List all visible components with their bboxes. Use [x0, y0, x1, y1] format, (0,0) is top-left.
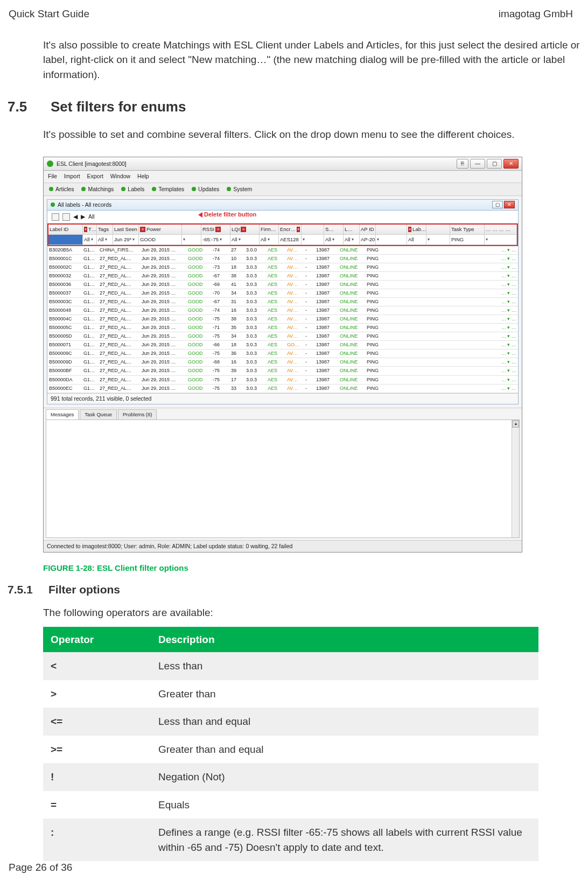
menubar: File Import Export Window Help	[44, 171, 522, 183]
filter-power[interactable]: GOOD	[139, 235, 182, 245]
table-row[interactable]: B50000ECG1…27_RED_AL…Jun 29, 2015 …GOOD-…	[47, 384, 518, 393]
col-more: … … … …	[485, 225, 517, 235]
filter-lastseen[interactable]: Jun 29*▾	[113, 235, 139, 245]
tool-export-icon[interactable]	[62, 213, 70, 221]
record-status: 991 total records, 211 visible, 0 select…	[47, 393, 518, 404]
subwin-close-button[interactable]: ✕	[504, 201, 515, 208]
menu-export[interactable]: Export	[87, 173, 103, 179]
labels-subwindow: All labels - All records ▢ ✕ ◀ ▶ All	[47, 199, 519, 404]
tool-all-label[interactable]: All	[88, 213, 95, 221]
col-l[interactable]: L…	[344, 225, 360, 235]
tab-system[interactable]: System	[227, 185, 252, 193]
filter-row-highlight: Label ID ×T… Tags Last Seen ×Power RSSI×…	[47, 223, 518, 246]
grid-header-row: Label ID ×T… Tags Last Seen ×Power RSSI×…	[48, 225, 517, 235]
filter-lqi[interactable]: All▾	[230, 235, 260, 245]
col-tags[interactable]: Tags	[97, 225, 113, 235]
table-row[interactable]: B500009CG1…27_RED_AL…Jun 29, 2015 …GOOD-…	[47, 349, 518, 358]
table-row[interactable]: B3020B5AG1…CHINA_FIRS…Jun 29, 2015 …GOOD…	[47, 246, 518, 255]
section-heading-751: 7.5.1 Filter options	[0, 582, 582, 598]
menu-import[interactable]: Import	[64, 173, 80, 179]
filter-firm[interactable]: All▾	[260, 235, 279, 245]
col-lab[interactable]: ×Lab…	[407, 225, 426, 235]
col-tasktype[interactable]: Task Type	[450, 225, 485, 235]
table-row[interactable]: B5000032G1…27_RED_AL…Jun 29, 2015 …GOOD-…	[47, 271, 518, 280]
grid-filter-row: All▾ All▾ Jun 29*▾ GOOD ▾ -65:-75▾ All▾ …	[48, 235, 517, 245]
filter-l[interactable]: All▾	[344, 235, 360, 245]
filter-encr[interactable]: AES128	[279, 235, 302, 245]
table-row[interactable]: B5000071G1…27_RED_AL…Jun 29, 2015 …GOOD-…	[47, 341, 518, 349]
table-row[interactable]: B5000036G1…27_RED_AL…Jun 29, 2015 …GOOD-…	[47, 281, 518, 289]
col-apid[interactable]: AP ID	[360, 225, 376, 235]
table-row[interactable]: B5000048G1…27_RED_AL…Jun 29, 2015 …GOOD-…	[47, 306, 518, 315]
col-s[interactable]: S…	[324, 225, 344, 235]
table-row[interactable]: B500003CG1…27_RED_AL…Jun 29, 2015 …GOOD-…	[47, 298, 518, 306]
tab-problems[interactable]: Problems (8)	[118, 409, 157, 419]
op-header-operator: Operator	[43, 627, 151, 653]
operator-row: >=Greater than and equal	[43, 736, 538, 764]
table-row[interactable]: B500005DG1…27_RED_AL…Jun 29, 2015 …GOOD-…	[47, 332, 518, 341]
window-title: ESL Client [imagotest:8000]	[57, 160, 127, 168]
figure-caption: FIGURE 1-28: ESL Client filter options	[43, 562, 582, 574]
delete-filter-callout: Delete filter button	[198, 211, 256, 219]
bottom-tabs: Messages Task Queue Problems (8)	[44, 408, 522, 419]
tab-updates[interactable]: Updates	[192, 185, 219, 193]
labels-grid[interactable]: B3020B5AG1…CHINA_FIRS…Jun 29, 2015 …GOOD…	[47, 246, 518, 393]
filter-lab[interactable]: All	[407, 235, 426, 245]
col-labelid[interactable]: Label ID	[48, 225, 83, 235]
section-title: Set filters for enums	[51, 97, 186, 117]
col-encr[interactable]: Encr…×	[279, 225, 302, 235]
window-titlebar: ESL Client [imagotest:8000] ⎘ — ▢ ✕	[44, 157, 522, 171]
filter-s[interactable]: All▾	[324, 235, 344, 245]
window-statusbar: Connected to imagotest:8000; User: admin…	[44, 540, 522, 552]
table-row[interactable]: B500001CG1…27_RED_AL…Jun 29, 2015 …GOOD-…	[47, 254, 518, 263]
col-rssi[interactable]: RSSI×	[201, 225, 230, 235]
table-row[interactable]: B500002CG1…27_RED_AL…Jun 29, 2015 …GOOD-…	[47, 263, 518, 271]
table-row[interactable]: B500005CG1…27_RED_AL…Jun 29, 2015 …GOOD-…	[47, 324, 518, 332]
tab-taskqueue[interactable]: Task Queue	[80, 409, 117, 419]
subwin-title: All labels - All records	[58, 201, 111, 209]
esl-window: ESL Client [imagotest:8000] ⎘ — ▢ ✕ File…	[43, 157, 522, 552]
filter-tags[interactable]: All▾	[97, 235, 113, 245]
close-button[interactable]: ✕	[503, 159, 519, 169]
section-number-751: 7.5.1	[8, 582, 38, 598]
table-row[interactable]: B500004CG1…27_RED_AL…Jun 29, 2015 …GOOD-…	[47, 315, 518, 324]
col-firm[interactable]: Firm…	[260, 225, 279, 235]
maximize-button[interactable]: ▢	[487, 159, 502, 169]
tab-labels[interactable]: Labels	[121, 185, 144, 193]
menu-help[interactable]: Help	[137, 173, 149, 179]
table-row[interactable]: B50000DAG1…27_RED_AL…Jun 29, 2015 …GOOD-…	[47, 375, 518, 384]
operator-row: =Equals	[43, 791, 538, 819]
tab-messages[interactable]: Messages	[46, 409, 79, 419]
tool-refresh-icon[interactable]	[52, 213, 59, 221]
filter-type[interactable]: All▾	[83, 235, 97, 245]
tool-prev-icon[interactable]: ◀	[73, 213, 78, 221]
section-title-751: Filter options	[48, 582, 120, 598]
scroll-up-icon[interactable]: ▴	[512, 420, 519, 428]
tab-templates[interactable]: Templates	[152, 185, 184, 193]
tab-matchings[interactable]: Matchings	[81, 185, 114, 193]
header-left: Quick Start Guide	[9, 6, 89, 22]
popout-button[interactable]: ⎘	[457, 159, 468, 169]
filter-labelid[interactable]	[48, 235, 83, 245]
menu-file[interactable]: File	[48, 173, 57, 179]
operator-row: <Less than	[43, 652, 538, 680]
tool-next-icon[interactable]: ▶	[81, 213, 85, 221]
col-power[interactable]: ×Power	[139, 225, 182, 235]
col-type[interactable]: ×T…	[83, 225, 97, 235]
table-row[interactable]: B50000BFG1…27_RED_AL…Jun 29, 2015 …GOOD-…	[47, 367, 518, 375]
col-lastseen[interactable]: Last Seen	[113, 225, 139, 235]
menu-window[interactable]: Window	[110, 173, 130, 179]
filter-rssi[interactable]: -65:-75▾	[201, 235, 230, 245]
table-row[interactable]: B500009DG1…27_RED_AL…Jun 29, 2015 …GOOD-…	[47, 358, 518, 367]
filter-task[interactable]: PING	[450, 235, 485, 245]
filter-apid[interactable]: AP-2010	[360, 235, 376, 245]
messages-scrollbar[interactable]: ▴	[512, 420, 519, 537]
minimize-button[interactable]: —	[470, 159, 485, 169]
page-footer: Page 26 of 36	[9, 860, 72, 875]
section-heading-75: 7.5 Set filters for enums	[0, 97, 582, 117]
subwin-maximize-button[interactable]: ▢	[492, 201, 503, 208]
tab-articles[interactable]: Articles	[49, 185, 74, 193]
table-row[interactable]: B5000037G1…27_RED_AL…Jun 29, 2015 …GOOD-…	[47, 289, 518, 298]
col-lqi[interactable]: LQI×	[230, 225, 260, 235]
subwin-icon	[51, 202, 55, 207]
